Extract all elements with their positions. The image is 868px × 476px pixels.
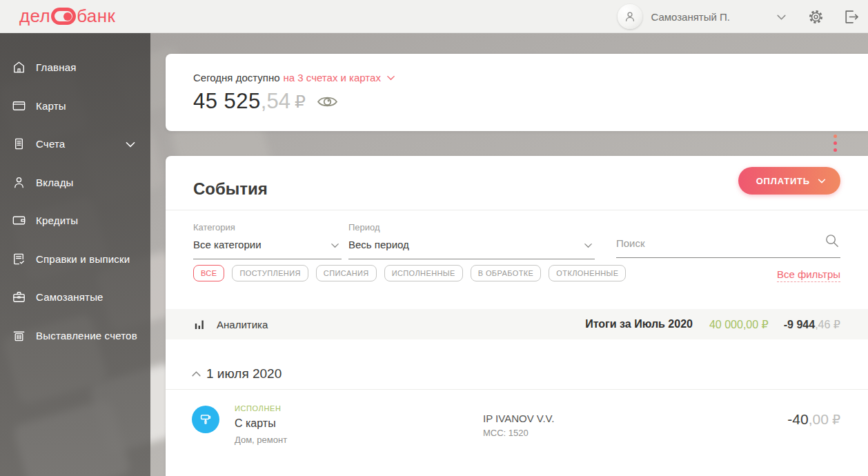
search-icon[interactable] [825, 233, 840, 249]
accounts-dropdown-link[interactable]: на 3 счетах и картах [284, 72, 396, 83]
sidebar-item-self-employed[interactable]: Самозанятые [0, 278, 150, 317]
search-input[interactable] [616, 237, 840, 258]
totals-label: Итоги за Июль 2020 [585, 318, 693, 330]
chevron-down-icon [583, 240, 593, 250]
sidebar-item-deposits[interactable]: Вклады [0, 163, 150, 202]
header-user-area: Самозанятый П. [618, 0, 868, 33]
category-label: Категория [193, 222, 342, 232]
chevron-up-icon [190, 368, 202, 380]
sidebar-item-label: Выставление счетов [36, 330, 137, 341]
kebab-menu[interactable] [834, 135, 837, 155]
balance-amount-fraction: ,54 [261, 89, 290, 114]
transaction-row[interactable]: ИСПОЛНЕН С карты Дом, ремонт IP IVANOV V… [166, 403, 868, 458]
transaction-amount: -40,00₽ [787, 411, 840, 428]
currency-symbol: ₽ [295, 92, 306, 112]
receipt-icon [10, 327, 27, 344]
period-label: Период [348, 222, 595, 232]
logo-text-left: дел [19, 6, 50, 27]
sidebar: Главная Карты Счета Вклады Кредиты Справ… [0, 33, 150, 476]
transaction-counterparty: IP IVANOV V.V. [483, 413, 554, 424]
sidebar-item-label: Справки и выписки [36, 253, 130, 265]
logout-icon[interactable] [842, 8, 860, 26]
chevron-down-icon [817, 176, 827, 186]
analytics-label: Аналитика [217, 319, 268, 330]
sidebar-item-cards[interactable]: Карты [0, 87, 150, 126]
chip-executed[interactable]: ИСПОЛНЕННЫЕ [384, 265, 463, 281]
person-icon [10, 174, 27, 190]
sidebar-item-invoicing[interactable]: Выставление счетов [0, 317, 150, 355]
briefcase-icon [10, 289, 27, 306]
gear-icon[interactable] [807, 8, 825, 26]
transaction-title: С карты [235, 417, 287, 430]
user-avatar[interactable] [618, 4, 642, 29]
analytics-row: Аналитика Итоги за Июль 2020 40 000,00 ₽… [166, 309, 868, 339]
sidebar-item-label: Главная [36, 61, 77, 73]
balance-amount: 45 525 [193, 89, 261, 114]
user-name[interactable]: Самозанятый П. [651, 11, 730, 23]
logo-toggle-icon [51, 8, 76, 25]
card-icon [10, 97, 27, 114]
paint-roller-icon [192, 406, 219, 433]
chevron-down-icon [330, 240, 340, 250]
document-icon [10, 136, 27, 152]
transaction-category: Дом, ремонт [235, 435, 287, 445]
chip-incoming[interactable]: ПОСТУПЛЕНИЯ [232, 265, 308, 281]
eye-icon[interactable] [317, 94, 338, 110]
sidebar-item-accounts[interactable]: Счета [0, 125, 150, 163]
transaction-mcc: MCC: 1520 [483, 428, 554, 438]
date-group-label: 1 июля 2020 [206, 366, 282, 381]
transaction-status: ИСПОЛНЕН [235, 404, 287, 413]
sidebar-item-label: Самозанятые [36, 291, 103, 303]
logo-text-right: банк [77, 6, 115, 27]
chevron-down-icon[interactable] [776, 11, 787, 23]
events-card: События ОПЛАТИТЬ Категория Все категории… [166, 156, 868, 476]
divider [166, 389, 868, 390]
sidebar-item-credits[interactable]: Кредиты [0, 201, 150, 240]
chip-outgoing[interactable]: СПИСАНИЯ [316, 265, 377, 281]
period-select[interactable]: Период Весь период [348, 222, 595, 259]
wallet-icon [10, 212, 27, 229]
sidebar-item-label: Карты [36, 100, 66, 112]
pay-button[interactable]: ОПЛАТИТЬ [738, 167, 840, 195]
chip-processing[interactable]: В ОБРАБОТКЕ [471, 265, 542, 281]
chip-all[interactable]: ВСЕ [193, 265, 224, 281]
chip-declined[interactable]: ОТКЛОНЕННЫЕ [549, 265, 626, 281]
sidebar-item-home[interactable]: Главная [0, 48, 150, 87]
chevron-down-icon[interactable] [124, 138, 137, 150]
bank-logo[interactable]: дел банк [19, 6, 115, 27]
category-select[interactable]: Категория Все категории [193, 222, 342, 259]
bar-chart-icon [193, 318, 206, 330]
person-icon [623, 10, 637, 23]
sidebar-item-statements[interactable]: Справки и выписки [0, 240, 150, 279]
document-check-icon [10, 250, 27, 267]
events-title: События [193, 179, 268, 199]
search-field [616, 222, 840, 258]
sidebar-item-label: Вклады [36, 177, 74, 188]
home-icon [10, 59, 27, 76]
balance-card: Сегодня доступно на 3 счетах и картах 45… [166, 54, 868, 131]
top-header: дел банк Самозанятый П. [0, 0, 868, 33]
income-total: 40 000,00 ₽ [709, 318, 769, 331]
chevron-down-icon [386, 72, 396, 83]
sidebar-item-label: Счета [36, 138, 65, 150]
all-filters-link[interactable]: Все фильтры [777, 268, 840, 282]
category-value: Все категории [193, 239, 262, 250]
balance-label: Сегодня доступно [193, 72, 280, 83]
expense-total: -9 944,46 ₽ [784, 318, 840, 331]
period-value: Весь период [348, 239, 409, 250]
divider [166, 210, 868, 210]
filter-chips: ВСЕ ПОСТУПЛЕНИЯ СПИСАНИЯ ИСПОЛНЕННЫЕ В О… [193, 265, 626, 281]
analytics-link[interactable]: Аналитика [193, 318, 268, 330]
sidebar-item-label: Кредиты [36, 215, 78, 226]
date-group-header[interactable]: 1 июля 2020 [190, 366, 282, 381]
